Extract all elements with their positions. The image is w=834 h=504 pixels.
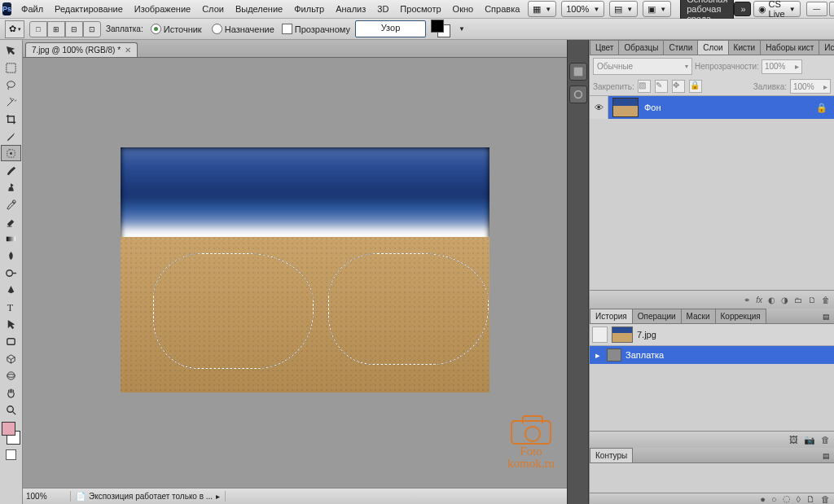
menu-image[interactable]: Изображение <box>129 2 196 16</box>
tab-color[interactable]: Цвет <box>590 40 619 55</box>
foreground-color-swatch[interactable] <box>2 422 15 436</box>
move-tool[interactable] <box>1 42 21 59</box>
magic-wand-tool[interactable] <box>1 94 21 110</box>
patch-source-radio[interactable]: Источник <box>151 24 202 34</box>
layer-mask-icon[interactable]: ◐ <box>768 296 775 305</box>
stroke-path-icon[interactable]: ○ <box>771 494 777 504</box>
tab-masks[interactable]: Маски <box>681 309 716 323</box>
lasso-tool[interactable] <box>1 77 21 93</box>
menu-select[interactable]: Выделение <box>230 2 288 16</box>
tab-styles[interactable]: Стили <box>663 40 698 55</box>
crop-tool[interactable] <box>1 111 21 127</box>
close-tab-icon[interactable]: ✕ <box>125 46 131 55</box>
menu-layers[interactable]: Слои <box>196 2 230 16</box>
menu-file[interactable]: Файл <box>15 2 49 16</box>
layer-visibility-icon[interactable]: 👁 <box>590 96 608 119</box>
adjustment-layer-icon[interactable]: ◑ <box>781 296 788 305</box>
clone-stamp-tool[interactable] <box>1 179 21 195</box>
pattern-picker-dropdown[interactable]: ▼ <box>459 25 465 33</box>
layer-row[interactable]: 👁 Фон 🔒 <box>590 96 834 119</box>
cslive-button[interactable]: ◉ CS Live▼ <box>753 1 801 17</box>
patch-destination-radio[interactable]: Назначение <box>212 24 274 34</box>
3d-camera-tool[interactable] <box>1 367 21 383</box>
tab-swatches[interactable]: Образцы <box>618 40 664 55</box>
history-state-row[interactable]: ▸ Заплатка <box>590 346 834 364</box>
zoom-level-menu[interactable]: 100%▼ <box>561 1 604 17</box>
path-to-selection-icon[interactable]: ◌ <box>783 493 791 504</box>
healing-patch-tool[interactable] <box>1 145 21 161</box>
patch-transparent-check[interactable]: Прозрачному <box>282 24 350 34</box>
dock-button-2[interactable] <box>569 85 587 103</box>
panel3-menu-icon[interactable]: ▤ <box>819 449 834 462</box>
selection-intersect[interactable]: ⊡ <box>83 21 101 37</box>
menu-edit[interactable]: Редактирование <box>49 2 129 16</box>
use-pattern-button[interactable]: Узор <box>355 20 426 37</box>
shape-tool[interactable] <box>1 333 21 349</box>
lock-position-icon[interactable]: ✥ <box>672 80 685 93</box>
new-layer-icon[interactable]: 🗋 <box>808 296 816 305</box>
lock-paint-icon[interactable]: ✎ <box>655 80 668 93</box>
tab-layers[interactable]: Слои <box>697 40 728 55</box>
selection-add[interactable]: ⊞ <box>47 21 65 37</box>
marquee-tool[interactable] <box>1 59 21 76</box>
layer-thumbnail[interactable] <box>612 98 639 117</box>
tab-paths[interactable]: Контуры <box>590 448 633 462</box>
tab-actions[interactable]: Операции <box>632 309 682 323</box>
lock-pixels-icon[interactable]: ▨ <box>638 80 651 93</box>
new-snapshot-icon[interactable]: 📷 <box>804 435 815 445</box>
create-doc-from-state-icon[interactable]: 🖼 <box>789 435 798 445</box>
window-maximize[interactable]: □ <box>829 2 834 16</box>
dock-button-1[interactable] <box>569 63 587 81</box>
layer-fx-icon[interactable]: fx <box>756 296 762 305</box>
opacity-input[interactable]: 100%▸ <box>762 59 802 74</box>
blur-tool[interactable] <box>1 248 21 264</box>
launch-bridge-button[interactable]: ▦▼ <box>528 1 556 17</box>
path-select-tool[interactable] <box>1 316 21 332</box>
eyedropper-tool[interactable] <box>1 128 21 144</box>
eraser-tool[interactable] <box>1 213 21 230</box>
zoom-tool[interactable] <box>1 401 21 418</box>
menu-filter[interactable]: Фильтр <box>288 2 330 16</box>
screen-mode-button[interactable]: ▣▼ <box>643 1 671 17</box>
menu-view[interactable]: Просмотр <box>394 2 446 16</box>
pen-tool[interactable] <box>1 282 21 298</box>
tab-brushes[interactable]: Кисти <box>728 40 762 55</box>
history-brush-tool[interactable] <box>1 196 21 213</box>
layer-name[interactable]: Фон <box>643 103 816 112</box>
delete-layer-icon[interactable]: 🗑 <box>822 296 830 305</box>
link-layers-icon[interactable]: ⚭ <box>744 296 750 305</box>
window-minimize[interactable]: — <box>806 2 827 16</box>
panel2-menu-icon[interactable]: ▤ <box>819 310 834 323</box>
quick-mask-toggle[interactable] <box>6 449 16 460</box>
type-tool[interactable]: T <box>1 299 21 315</box>
gradient-tool[interactable] <box>1 230 21 247</box>
history-snapshot-row[interactable]: 7.jpg <box>590 324 834 345</box>
new-path-icon[interactable]: 🗋 <box>806 494 815 504</box>
delete-state-icon[interactable]: 🗑 <box>821 435 830 445</box>
selection-subtract[interactable]: ⊟ <box>65 21 83 37</box>
blend-mode-select[interactable]: Обычные▾ <box>593 58 692 75</box>
menu-window[interactable]: Окно <box>447 2 480 16</box>
fill-input[interactable]: 100%▸ <box>790 79 831 94</box>
status-zoom-input[interactable]: 100% <box>23 491 71 502</box>
dodge-tool[interactable] <box>1 265 21 281</box>
menu-analysis[interactable]: Анализ <box>330 2 371 16</box>
tab-history[interactable]: История <box>590 309 633 323</box>
tool-preset-picker[interactable]: ✿▾ <box>5 20 24 38</box>
menu-3d[interactable]: 3D <box>371 2 394 16</box>
layer-group-icon[interactable]: 🗀 <box>794 296 802 305</box>
workspace-more[interactable]: » <box>734 2 750 16</box>
delete-path-icon[interactable]: 🗑 <box>821 494 830 504</box>
view-extras-button[interactable]: ▤▼ <box>609 1 638 17</box>
pattern-picker[interactable] <box>431 20 452 39</box>
lock-all-icon[interactable]: 🔒 <box>689 80 702 93</box>
3d-tool[interactable] <box>1 350 21 366</box>
color-picker[interactable] <box>2 422 20 445</box>
fill-path-icon[interactable]: ● <box>760 494 766 504</box>
document-tab[interactable]: 7.jpg @ 100% (RGB/8) * ✕ <box>25 42 138 57</box>
tab-clone-source[interactable]: Источник кло <box>819 40 834 55</box>
selection-new[interactable]: □ <box>29 21 47 37</box>
brush-tool[interactable] <box>1 162 21 178</box>
history-brush-source-slot[interactable] <box>592 327 608 343</box>
status-info[interactable]: 📄 Экспозиция работает только в ... ▸ <box>71 491 226 502</box>
